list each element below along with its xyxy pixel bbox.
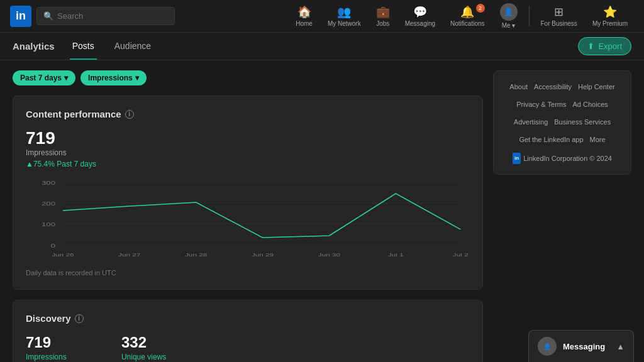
info-icon[interactable]: i <box>125 110 134 119</box>
chevron-down-icon-2: ▾ <box>135 74 139 82</box>
chevron-up-icon: ▲ <box>616 342 625 351</box>
nav-home-label: Home <box>296 20 313 27</box>
sidebar-app-link[interactable]: Get the LinkedIn app <box>519 133 583 146</box>
sidebar: About Accessibility Help Center Privacy … <box>493 70 631 362</box>
notifications-badge: 2 <box>476 4 485 13</box>
discovery-metrics: 719 Impressions ▲75.4% Past 7 days 332 U… <box>26 334 470 362</box>
svg-text:300: 300 <box>42 180 55 186</box>
messaging-avatar: 👤 <box>538 337 557 356</box>
sidebar-advertising-link[interactable]: Advertising <box>514 115 548 129</box>
messaging-icon: 💬 <box>413 5 427 19</box>
export-button[interactable]: ⬆ Export <box>578 37 631 55</box>
discovery-info-icon[interactable]: i <box>75 314 84 323</box>
linkedin-logo[interactable]: in <box>10 6 31 27</box>
impressions-value: 719 <box>26 129 470 147</box>
svg-text:0: 0 <box>51 243 55 249</box>
search-bar[interactable]: 🔍 <box>36 7 175 25</box>
tab-posts[interactable]: Posts <box>70 33 97 60</box>
chevron-down-icon: ▾ <box>64 74 68 82</box>
top-navigation: in 🔍 🏠 Home 👥 My Network 💼 Jobs 💬 Messag… <box>0 0 644 33</box>
nav-home[interactable]: 🏠 Home <box>289 3 319 30</box>
svg-text:Jun 29: Jun 29 <box>252 252 274 258</box>
nav-for-business[interactable]: ⊞ For Business <box>535 3 584 30</box>
svg-text:Jul 2: Jul 2 <box>453 252 469 258</box>
date-filter-button[interactable]: Past 7 days ▾ <box>13 70 75 85</box>
nav-icons-group: 🏠 Home 👥 My Network 💼 Jobs 💬 Messaging 🔔… <box>289 1 634 31</box>
chart-note: Daily data is recorded in UTC <box>26 269 470 277</box>
messaging-float-label: Messaging <box>563 342 605 351</box>
impressions-change: ▲75.4% Past 7 days <box>26 160 470 168</box>
avatar: 👤 <box>500 3 518 21</box>
filters-row: Past 7 days ▾ Impressions ▾ <box>13 70 483 85</box>
search-icon: 🔍 <box>43 11 53 21</box>
chart-svg: 300 200 100 0 Jun 26 Jun 27 Jun 28 <box>26 176 470 264</box>
linkedin-footer: in LinkedIn Corporation © 2024 <box>502 151 622 165</box>
sidebar-privacy-link[interactable]: Privacy & Terms <box>516 97 566 111</box>
sidebar-about-link[interactable]: About <box>509 80 528 94</box>
nav-jobs-label: Jobs <box>376 20 389 27</box>
svg-text:Jun 30: Jun 30 <box>318 252 341 258</box>
impressions-label: Impressions <box>26 148 470 157</box>
copyright-text: LinkedIn Corporation © 2024 <box>523 151 612 165</box>
nav-notifications[interactable]: 🔔 2 Notifications <box>444 3 491 30</box>
svg-text:100: 100 <box>42 221 55 228</box>
nav-jobs[interactable]: 💼 Jobs <box>370 3 396 30</box>
search-input[interactable] <box>57 11 168 21</box>
content-performance-card: Content performance i 719 Impressions ▲7… <box>13 96 483 290</box>
nav-notifications-label: Notifications <box>450 20 484 27</box>
nav-messaging[interactable]: 💬 Messaging <box>399 3 441 30</box>
sidebar-adchoices-link[interactable]: Ad Choices <box>573 97 608 111</box>
discovery-title: Discovery i <box>26 313 470 324</box>
sidebar-more-link[interactable]: More <box>590 133 606 146</box>
nav-network[interactable]: 👥 My Network <box>321 3 367 30</box>
content-column: Past 7 days ▾ Impressions ▾ Content perf… <box>13 70 483 362</box>
discovery-unique-views: 332 Unique views ▲41.9% Past 7 days <box>121 334 192 362</box>
content-performance-title: Content performance i <box>26 109 470 119</box>
export-icon: ⬆ <box>587 41 594 51</box>
premium-icon: ⭐ <box>603 5 617 19</box>
messaging-float-button[interactable]: 👤 Messaging ▲ <box>528 330 634 362</box>
svg-text:Jun 28: Jun 28 <box>185 252 208 258</box>
nav-me-label: Me ▾ <box>502 22 516 29</box>
nav-business-label: For Business <box>541 20 577 27</box>
jobs-icon: 💼 <box>376 5 390 19</box>
nav-premium[interactable]: ⭐ My Premium <box>586 3 634 30</box>
nav-messaging-label: Messaging <box>405 20 435 27</box>
sidebar-links: About Accessibility Help Center Privacy … <box>502 80 622 165</box>
svg-text:Jun 27: Jun 27 <box>118 252 141 258</box>
linkedin-logo-small: in <box>513 153 521 164</box>
impressions-chart: 300 200 100 0 Jun 26 Jun 27 Jun 28 <box>26 176 470 264</box>
sidebar-accessibility-link[interactable]: Accessibility <box>534 80 572 94</box>
grid-icon: ⊞ <box>554 5 564 19</box>
metric-filter-button[interactable]: Impressions ▾ <box>80 70 147 85</box>
sidebar-help-link[interactable]: Help Center <box>578 80 615 94</box>
nav-network-label: My Network <box>328 20 361 27</box>
svg-text:200: 200 <box>42 200 55 207</box>
discovery-impressions: 719 Impressions ▲75.4% Past 7 days <box>26 334 96 362</box>
nav-premium-label: My Premium <box>592 20 628 27</box>
svg-text:Jul 1: Jul 1 <box>388 252 404 258</box>
sidebar-business-link[interactable]: Business Services <box>554 115 611 129</box>
sub-navigation: Analytics Posts Audience ⬆ Export <box>0 33 644 60</box>
notifications-icon: 🔔 <box>460 5 474 19</box>
discovery-card: Discovery i 719 Impressions ▲75.4% Past … <box>13 300 483 362</box>
nav-divider <box>529 6 530 26</box>
svg-text:Jun 26: Jun 26 <box>52 252 74 258</box>
network-icon: 👥 <box>337 5 351 19</box>
main-layout: Past 7 days ▾ Impressions ▾ Content perf… <box>0 60 644 362</box>
chart-line <box>63 194 460 238</box>
tab-audience[interactable]: Audience <box>112 33 153 60</box>
analytics-title: Analytics <box>13 41 55 52</box>
nav-me[interactable]: 👤 Me ▾ <box>494 1 524 31</box>
home-icon: 🏠 <box>297 5 311 19</box>
